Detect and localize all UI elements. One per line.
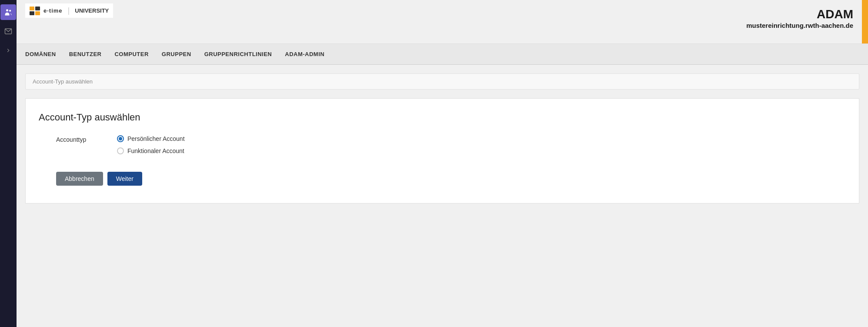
form-card: Account-Typ auswählen Accounttyp Persönl… xyxy=(25,98,859,204)
nav-gruppenrichtlinien[interactable]: GRUPPENRICHTLINIEN xyxy=(204,49,272,59)
sidebar xyxy=(0,0,17,327)
logo-area: e·time | UNIVERSITY xyxy=(25,0,113,18)
nav-adam-admin[interactable]: ADAM-ADMIN xyxy=(285,49,324,59)
main-area: e·time | UNIVERSITY ADAM mustereinrichtu… xyxy=(17,0,868,327)
logo-grid-icon xyxy=(30,7,40,15)
radio-funktional[interactable] xyxy=(117,147,124,154)
logo-etime-text: e·time xyxy=(43,7,63,14)
radio-funktional-label: Funktionaler Account xyxy=(127,147,184,154)
svg-point-1 xyxy=(9,10,11,12)
logo-university-text: UNIVERSITY xyxy=(75,7,109,14)
nav-domaenen[interactable]: DOMÄNEN xyxy=(25,49,56,59)
nav-benutzer[interactable]: BENUTZER xyxy=(69,49,102,59)
radio-persoenlich[interactable] xyxy=(117,135,124,142)
next-button[interactable]: Weiter xyxy=(107,172,142,186)
top-header: e·time | UNIVERSITY ADAM mustereinrichtu… xyxy=(17,0,868,44)
logo-cell-2 xyxy=(35,7,40,10)
logo-box: e·time | UNIVERSITY xyxy=(25,3,113,18)
nav-gruppen[interactable]: GRUPPEN xyxy=(162,49,191,59)
adam-text-block: ADAM mustereinrichtung.rwth-aachen.de xyxy=(746,0,862,36)
breadcrumb-text: Account-Typ auswählen xyxy=(33,78,93,85)
adam-subtitle: mustereinrichtung.rwth-aachen.de xyxy=(746,22,853,29)
radio-group: Persönlicher Account Funktionaler Accoun… xyxy=(117,135,185,154)
breadcrumb: Account-Typ auswählen xyxy=(25,73,859,90)
form-label-accounttyp: Accounttyp xyxy=(56,135,117,143)
content-area: Account-Typ auswählen Account-Typ auswäh… xyxy=(17,65,868,327)
sidebar-people-icon[interactable] xyxy=(0,4,16,20)
form-row-accounttyp: Accounttyp Persönlicher Account Funktion… xyxy=(39,135,846,154)
adam-title: ADAM xyxy=(746,7,853,22)
sidebar-mail-icon[interactable] xyxy=(0,23,16,39)
nav-bar: DOMÄNEN BENUTZER COMPUTER GRUPPEN GRUPPE… xyxy=(17,44,868,65)
logo-separator: | xyxy=(68,6,70,15)
radio-option-persoenlich[interactable]: Persönlicher Account xyxy=(117,135,185,142)
cancel-button[interactable]: Abbrechen xyxy=(56,172,103,186)
nav-computer[interactable]: COMPUTER xyxy=(114,49,148,59)
adam-orange-bar xyxy=(862,0,868,43)
logo-cell-3 xyxy=(30,11,34,15)
radio-persoenlich-label: Persönlicher Account xyxy=(127,135,185,142)
button-row: Abbrechen Weiter xyxy=(39,172,846,186)
adam-header: ADAM mustereinrichtung.rwth-aachen.de xyxy=(746,0,868,43)
radio-option-funktional[interactable]: Funktionaler Account xyxy=(117,147,185,154)
sidebar-chevron-icon[interactable] xyxy=(0,43,16,58)
svg-point-0 xyxy=(6,9,8,11)
logo-cell-1 xyxy=(30,7,34,10)
logo-cell-4 xyxy=(35,11,40,15)
form-title: Account-Typ auswählen xyxy=(39,112,846,123)
